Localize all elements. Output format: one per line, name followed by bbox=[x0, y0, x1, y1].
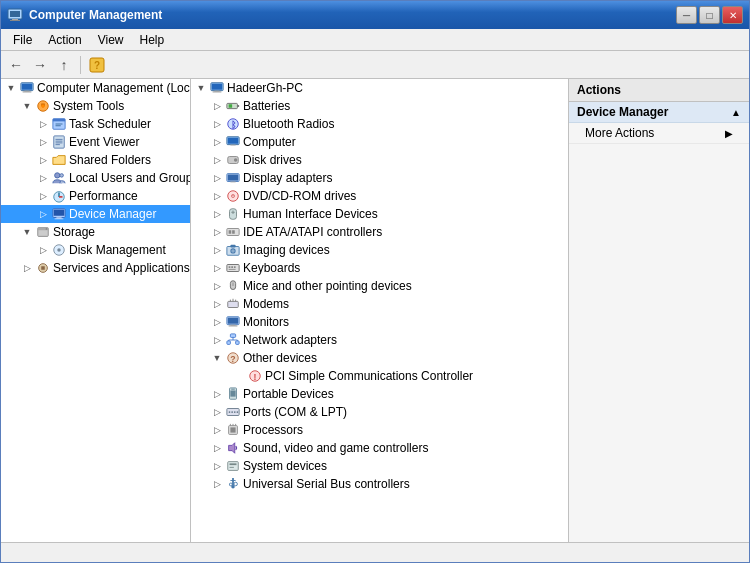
right-panel: Actions Device Manager ▲ More Actions ▶ bbox=[569, 79, 749, 542]
expander-device-manager[interactable]: ▷ bbox=[35, 206, 51, 222]
tree-item-display-adapters[interactable]: ▷ Display adapters bbox=[191, 169, 568, 187]
svg-rect-13 bbox=[53, 119, 65, 122]
forward-button[interactable]: → bbox=[29, 54, 51, 76]
expander-processors[interactable]: ▷ bbox=[209, 422, 225, 438]
tree-label-other-devices: Other devices bbox=[243, 351, 317, 365]
expander-shared-folders[interactable]: ▷ bbox=[35, 152, 51, 168]
svg-rect-52 bbox=[230, 182, 235, 183]
expander-monitors[interactable]: ▷ bbox=[209, 314, 225, 330]
svg-rect-107 bbox=[230, 463, 237, 465]
expander-dvd[interactable]: ▷ bbox=[209, 188, 225, 204]
tree-item-other-devices[interactable]: ▼ ? Other devices bbox=[191, 349, 568, 367]
expander-disk-management[interactable]: ▷ bbox=[35, 242, 51, 258]
maximize-button[interactable]: □ bbox=[699, 6, 720, 24]
tree-item-ports[interactable]: ▷ Ports (COM & LPT) bbox=[191, 403, 568, 421]
close-button[interactable]: ✕ bbox=[722, 6, 743, 24]
tree-item-computer[interactable]: ▷ Computer bbox=[191, 133, 568, 151]
expander-storage[interactable]: ▼ bbox=[19, 224, 35, 240]
menu-file[interactable]: File bbox=[5, 31, 40, 49]
expander-disk-drives[interactable]: ▷ bbox=[209, 152, 225, 168]
svg-rect-83 bbox=[236, 341, 240, 345]
tree-item-local-users[interactable]: ▷ Local Users and Groups bbox=[1, 169, 190, 187]
icon-system-devices bbox=[225, 458, 241, 474]
icon-mice bbox=[225, 278, 241, 294]
expander-services[interactable]: ▷ bbox=[19, 260, 35, 276]
tree-item-network[interactable]: ▷ Network adapters bbox=[191, 331, 568, 349]
expander-usb[interactable]: ▷ bbox=[209, 476, 225, 492]
tree-item-imaging[interactable]: ▷ Imaging devices bbox=[191, 241, 568, 259]
icon-portable bbox=[225, 386, 241, 402]
expander-root[interactable]: ▼ bbox=[3, 80, 19, 96]
expander-modems[interactable]: ▷ bbox=[209, 296, 225, 312]
expander-keyboards[interactable]: ▷ bbox=[209, 260, 225, 276]
expander-portable[interactable]: ▷ bbox=[209, 386, 225, 402]
menu-help[interactable]: Help bbox=[132, 31, 173, 49]
icon-disk-management bbox=[51, 242, 67, 258]
tree-label-portable: Portable Devices bbox=[243, 387, 334, 401]
expander-hid[interactable]: ▷ bbox=[209, 206, 225, 222]
tree-item-hid[interactable]: ▷ Human Interface Devices bbox=[191, 205, 568, 223]
tree-item-root[interactable]: ▼ Computer Management (Local) bbox=[1, 79, 190, 97]
expander-computer[interactable]: ▷ bbox=[209, 134, 225, 150]
tree-label-performance: Performance bbox=[69, 189, 138, 203]
tree-item-bluetooth[interactable]: ▷ ᛒ Bluetooth Radios bbox=[191, 115, 568, 133]
help-button[interactable]: ? bbox=[86, 54, 108, 76]
tree-item-computer-root[interactable]: ▼ HadeerGh-PC bbox=[191, 79, 568, 97]
tree-item-modems[interactable]: ▷ Modems bbox=[191, 295, 568, 313]
minimize-button[interactable]: ─ bbox=[676, 6, 697, 24]
svg-rect-28 bbox=[56, 218, 61, 219]
tree-item-system-tools[interactable]: ▼ System Tools bbox=[1, 97, 190, 115]
back-button[interactable]: ← bbox=[5, 54, 27, 76]
expander-event-viewer[interactable]: ▷ bbox=[35, 134, 51, 150]
menu-view[interactable]: View bbox=[90, 31, 132, 49]
expander-ide[interactable]: ▷ bbox=[209, 224, 225, 240]
tree-item-processors[interactable]: ▷ Processors bbox=[191, 421, 568, 439]
expander-network[interactable]: ▷ bbox=[209, 332, 225, 348]
tree-item-storage[interactable]: ▼ Storage bbox=[1, 223, 190, 241]
tree-item-portable[interactable]: ▷ Portable Devices bbox=[191, 385, 568, 403]
tree-item-sound[interactable]: ▷ Sound, video and game controllers bbox=[191, 439, 568, 457]
expander-local-users[interactable]: ▷ bbox=[35, 170, 51, 186]
expander-ports[interactable]: ▷ bbox=[209, 404, 225, 420]
expander-display-adapters[interactable]: ▷ bbox=[209, 170, 225, 186]
svg-rect-41 bbox=[237, 105, 239, 107]
expander-task-scheduler[interactable]: ▷ bbox=[35, 116, 51, 132]
tree-item-shared-folders[interactable]: ▷ Shared Folders bbox=[1, 151, 190, 169]
tree-item-disk-management[interactable]: ▷ Disk Management bbox=[1, 241, 190, 259]
icon-dvd bbox=[225, 188, 241, 204]
tree-item-event-viewer[interactable]: ▷ Event Viewer bbox=[1, 133, 190, 151]
expander-computer-root[interactable]: ▼ bbox=[193, 80, 209, 96]
expander-other-devices[interactable]: ▼ bbox=[209, 350, 225, 366]
tree-item-mice[interactable]: ▷ Mice and other pointing devices bbox=[191, 277, 568, 295]
expander-imaging[interactable]: ▷ bbox=[209, 242, 225, 258]
expander-mice[interactable]: ▷ bbox=[209, 278, 225, 294]
tree-label-ide: IDE ATA/ATAPI controllers bbox=[243, 225, 382, 239]
more-actions-link[interactable]: More Actions ▶ bbox=[569, 123, 749, 144]
tree-label-task-scheduler: Task Scheduler bbox=[69, 117, 151, 131]
tree-item-disk-drives[interactable]: ▷ Disk drives bbox=[191, 151, 568, 169]
tree-label-local-users: Local Users and Groups bbox=[69, 171, 191, 185]
expander-system-devices[interactable]: ▷ bbox=[209, 458, 225, 474]
tree-item-monitors[interactable]: ▷ Monitors bbox=[191, 313, 568, 331]
expander-batteries[interactable]: ▷ bbox=[209, 98, 225, 114]
expander-system-tools[interactable]: ▼ bbox=[19, 98, 35, 114]
up-button[interactable]: ↑ bbox=[53, 54, 75, 76]
tree-item-pci[interactable]: ▷ ! PCI Simple Communications Controller bbox=[191, 367, 568, 385]
tree-item-services[interactable]: ▷ Services and Applications bbox=[1, 259, 190, 277]
tree-item-batteries[interactable]: ▷ Batteries bbox=[191, 97, 568, 115]
actions-section-title[interactable]: Device Manager ▲ bbox=[569, 102, 749, 123]
tree-item-system-devices[interactable]: ▷ System devices bbox=[191, 457, 568, 475]
tree-item-device-manager[interactable]: ▷ Device Manager bbox=[1, 205, 190, 223]
tree-item-dvd[interactable]: ▷ DVD/CD-ROM drives bbox=[191, 187, 568, 205]
tree-item-performance[interactable]: ▷ Performance bbox=[1, 187, 190, 205]
tree-item-task-scheduler[interactable]: ▷ Task Scheduler bbox=[1, 115, 190, 133]
menu-action[interactable]: Action bbox=[40, 31, 89, 49]
expander-sound[interactable]: ▷ bbox=[209, 440, 225, 456]
tree-item-keyboards[interactable]: ▷ Keyboards bbox=[191, 259, 568, 277]
tree-item-ide[interactable]: ▷ IDE ATA/ATAPI controllers bbox=[191, 223, 568, 241]
expander-performance[interactable]: ▷ bbox=[35, 188, 51, 204]
tree-label-root: Computer Management (Local) bbox=[37, 81, 191, 95]
tree-item-usb[interactable]: ▷ Universal Serial Bus controllers bbox=[191, 475, 568, 493]
tree-label-monitors: Monitors bbox=[243, 315, 289, 329]
expander-bluetooth[interactable]: ▷ bbox=[209, 116, 225, 132]
